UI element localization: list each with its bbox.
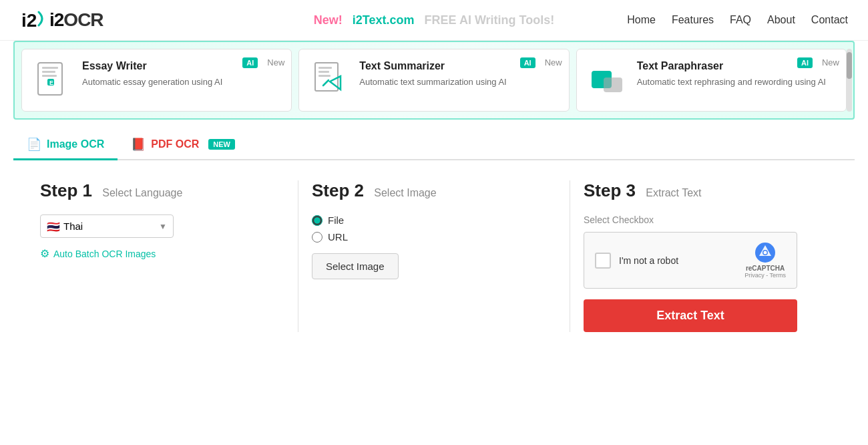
url-radio-label: URL bbox=[328, 231, 348, 243]
recaptcha-right: reCAPTCHA Privacy - Terms bbox=[744, 242, 786, 279]
scrollbar-thumb[interactable] bbox=[847, 52, 852, 79]
steps-section: Step 1 Select Language 🇹🇭 Thai English F… bbox=[0, 160, 868, 352]
paraphraser-description: Automatic text rephrasing and rewording … bbox=[637, 76, 826, 88]
auto-batch-label: Auto Batch OCR Images bbox=[53, 249, 156, 259]
pdf-ocr-icon: 📕 bbox=[131, 137, 146, 152]
promo-card-essay[interactable]: AI New E Essay Writer Automatic essay ge… bbox=[21, 49, 292, 112]
step-3-sub: Extract Text bbox=[646, 187, 701, 198]
summarizer-description: Automatic text summarization using AI bbox=[359, 76, 506, 88]
promo-card-paraphraser[interactable]: AI New Text Paraphraser Automatic text r… bbox=[576, 49, 847, 112]
promo-card-summarizer[interactable]: AI New Text Summarizer Automatic text su… bbox=[298, 49, 569, 112]
url-radio[interactable] bbox=[312, 232, 322, 243]
select-image-button[interactable]: Select Image bbox=[312, 253, 399, 279]
url-radio-option[interactable]: URL bbox=[312, 231, 556, 243]
step-1-title: Step 1 Select Language bbox=[40, 180, 284, 201]
nav-features[interactable]: Features bbox=[672, 14, 714, 26]
svg-rect-14 bbox=[604, 78, 622, 92]
auto-batch-settings-icon: ⚙ bbox=[40, 247, 49, 260]
nav-about[interactable]: About bbox=[767, 14, 795, 26]
recaptcha-left: I'm not a robot bbox=[595, 253, 678, 269]
scrollbar-track[interactable] bbox=[847, 49, 852, 112]
promo-site-link[interactable]: i2Text.com bbox=[353, 13, 415, 27]
svg-point-17 bbox=[764, 251, 767, 255]
essay-ai-badge: AI bbox=[242, 57, 258, 68]
nav-contact[interactable]: Contact bbox=[811, 14, 848, 26]
summarizer-icon bbox=[310, 60, 350, 100]
image-ocr-icon: 📄 bbox=[27, 137, 41, 152]
promo-tools-text: FREE AI Writing Tools! bbox=[425, 13, 555, 27]
header: i2 i2OCR New! i2Text.com FREE AI Writing… bbox=[0, 0, 868, 41]
summarizer-title: Text Summarizer bbox=[359, 60, 506, 72]
svg-rect-2 bbox=[42, 67, 58, 69]
paraphraser-new-badge: New bbox=[822, 57, 839, 67]
summarizer-ai-badge: AI bbox=[520, 57, 535, 68]
step-1-label: Step 1 bbox=[40, 180, 92, 200]
step-1-sub: Select Language bbox=[102, 187, 182, 198]
tab-image-ocr[interactable]: 📄 Image OCR bbox=[13, 130, 118, 160]
essay-description: Automatic essay generation using AI bbox=[82, 76, 222, 88]
language-select-wrapper: 🇹🇭 Thai English French Spanish German Ch… bbox=[40, 214, 174, 238]
svg-rect-3 bbox=[42, 71, 55, 73]
svg-line-12 bbox=[323, 80, 329, 86]
svg-rect-10 bbox=[318, 75, 331, 77]
logo[interactable]: i2 i2OCR bbox=[20, 7, 103, 33]
tab-image-ocr-label: Image OCR bbox=[47, 138, 104, 150]
step-2-label: Step 2 bbox=[312, 180, 364, 200]
language-select[interactable]: Thai English French Spanish German Chine… bbox=[40, 214, 174, 238]
recaptcha-logo-icon bbox=[754, 242, 776, 263]
essay-new-badge: New bbox=[267, 57, 284, 67]
paraphraser-icon bbox=[588, 60, 628, 100]
recaptcha-checkbox[interactable] bbox=[595, 253, 611, 269]
nav-home[interactable]: Home bbox=[627, 14, 656, 26]
file-radio-label: File bbox=[328, 214, 344, 226]
summarizer-card-content: Text Summarizer Automatic text summariza… bbox=[359, 60, 506, 88]
extract-text-button[interactable]: Extract Text bbox=[584, 299, 797, 332]
step-3-label: Step 3 bbox=[584, 180, 636, 200]
step-3: Step 3 Extract Text Select Checkbox I'm … bbox=[570, 180, 841, 332]
summarizer-new-badge: New bbox=[545, 57, 562, 67]
pdf-new-tag: NEW bbox=[208, 139, 235, 150]
select-checkbox-label: Select Checkbox bbox=[584, 214, 828, 225]
svg-text:E: E bbox=[49, 80, 53, 86]
step-2-sub: Select Image bbox=[374, 187, 436, 198]
step-1: Step 1 Select Language 🇹🇭 Thai English F… bbox=[27, 180, 298, 332]
step-2: Step 2 Select Image File URL Select Imag… bbox=[298, 180, 570, 332]
svg-rect-4 bbox=[42, 75, 57, 77]
file-radio-option[interactable]: File bbox=[312, 214, 556, 226]
essay-title: Essay Writer bbox=[82, 60, 222, 72]
image-source-radio-group: File URL bbox=[312, 214, 556, 243]
svg-text:i2: i2 bbox=[21, 10, 37, 31]
auto-batch-link[interactable]: ⚙ Auto Batch OCR Images bbox=[40, 247, 284, 260]
essay-icon: E bbox=[33, 60, 73, 100]
recaptcha-text: I'm not a robot bbox=[619, 255, 678, 266]
tab-pdf-ocr-label: PDF OCR bbox=[151, 138, 199, 150]
recaptcha-brand-text: reCAPTCHA bbox=[746, 265, 785, 272]
promo-new-label: New! bbox=[314, 13, 343, 27]
main-nav: Home Features FAQ About Contact bbox=[627, 14, 848, 26]
recaptcha-box[interactable]: I'm not a robot reCAPTCHA Privacy - Term… bbox=[584, 232, 797, 289]
svg-rect-8 bbox=[318, 67, 332, 69]
promo-section: AI New E Essay Writer Automatic essay ge… bbox=[13, 41, 855, 120]
svg-rect-9 bbox=[318, 71, 329, 73]
nav-faq[interactable]: FAQ bbox=[730, 14, 751, 26]
essay-card-content: Essay Writer Automatic essay generation … bbox=[82, 60, 222, 88]
tabs-section: 📄 Image OCR 📕 PDF OCR NEW bbox=[13, 130, 855, 160]
svg-marker-11 bbox=[330, 76, 341, 90]
file-radio[interactable] bbox=[312, 215, 322, 226]
step-3-title: Step 3 Extract Text bbox=[584, 180, 828, 201]
recaptcha-links-text: Privacy - Terms bbox=[744, 272, 786, 279]
promo-banner: New! i2Text.com FREE AI Writing Tools! bbox=[314, 13, 554, 27]
step-2-title: Step 2 Select Image bbox=[312, 180, 556, 201]
tab-pdf-ocr[interactable]: 📕 PDF OCR NEW bbox=[118, 130, 248, 160]
promo-cards-container: AI New E Essay Writer Automatic essay ge… bbox=[21, 49, 847, 112]
paraphraser-ai-badge: AI bbox=[797, 57, 813, 68]
